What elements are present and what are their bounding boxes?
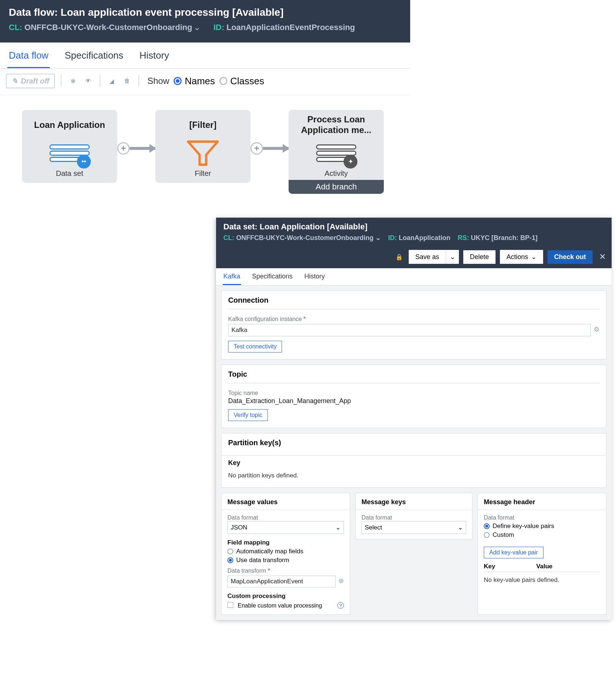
connection-title: Connection <box>228 296 600 309</box>
message-values-title: Message values <box>222 498 350 510</box>
field-mapping-title: Field mapping <box>227 539 344 546</box>
arrow-icon <box>130 147 155 150</box>
chevron-down-icon[interactable]: ⌄ <box>194 23 200 32</box>
data-flow-tabs: Data flow Specifications History <box>0 43 410 69</box>
tab-data-flow[interactable]: Data flow <box>7 43 50 68</box>
eraser-icon[interactable]: ◢ <box>106 75 117 86</box>
data-flow-meta: CL: ONFFCB-UKYC-Work-CustomerOnboarding⌄… <box>9 23 401 32</box>
show-names-label: Names <box>185 75 215 87</box>
partition-empty-text: No partition keys defined. <box>228 467 600 481</box>
node-title: Loan Application <box>26 114 114 136</box>
node-process-loan-activity[interactable]: Process Loan Application me... ✦ Activit… <box>289 110 384 194</box>
verify-topic-button[interactable]: Verify topic <box>228 409 268 421</box>
add-node-button[interactable]: + <box>251 142 263 155</box>
dots-icon: •• <box>77 155 91 169</box>
id-value: LoanApplicationEventProcessing <box>226 23 355 32</box>
kafka-instance-input[interactable] <box>228 324 591 336</box>
eye-icon[interactable]: 👁 <box>83 75 94 86</box>
topic-name-label: Topic name <box>228 390 600 396</box>
use-dt-radio[interactable]: Use data transform <box>227 557 344 564</box>
kv-value-col: Value <box>536 563 552 570</box>
show-classes-label: Classes <box>230 75 264 87</box>
data-flow-header: Data flow: Loan application event proces… <box>0 0 410 43</box>
message-header-box: Message header Data format Define key-va… <box>478 493 606 615</box>
data-set-title: Data set: Loan Application [Available] <box>223 222 604 232</box>
help-icon[interactable]: ? <box>337 602 344 609</box>
define-kv-radio[interactable]: Define key-value pairs <box>484 523 600 530</box>
partition-section: Partition key(s) Key No partition keys d… <box>221 433 606 488</box>
chevron-down-icon: ⌄ <box>335 524 341 531</box>
data-set-actionbar: 🔒 Save as ⌄ Delete Actions ⌄ Check out ✕ <box>216 246 612 268</box>
tab-specifications[interactable]: Specifications <box>63 43 125 68</box>
actions-label: Actions <box>506 253 528 261</box>
mk-format-label: Data format <box>361 514 466 521</box>
gear-icon[interactable]: ⚙ <box>594 325 600 333</box>
rs-value: UKYC [Branch: BP-1] <box>471 234 538 241</box>
save-as-button[interactable]: Save as <box>409 250 446 264</box>
add-branch-button[interactable]: Add branch <box>289 180 384 194</box>
mk-format-select[interactable]: Select ⌄ <box>361 521 466 534</box>
kv-key-col: Key <box>484 563 536 570</box>
topic-name-value: Data_Extraction_Loan_Management_App <box>228 397 600 405</box>
data-flow-panel: Data flow: Loan application event proces… <box>0 0 410 216</box>
cl-value[interactable]: ONFFCB-UKYC-Work-CustomerOnboarding <box>236 234 374 241</box>
add-node-button[interactable]: + <box>117 142 130 155</box>
data-set-meta: CL: ONFFCB-UKYC-Work-CustomerOnboarding … <box>223 234 604 242</box>
lock-icon: 🔒 <box>396 254 403 261</box>
mh-format-label: Data format <box>484 514 600 521</box>
message-header-title: Message header <box>478 498 606 510</box>
divider <box>61 75 62 87</box>
gear-icon[interactable]: ✻ <box>67 75 78 86</box>
id-value: LoanApplication <box>399 234 450 241</box>
check-out-button[interactable]: Check out <box>548 250 593 264</box>
message-columns: Message values Data format JSON ⌄ Field … <box>221 493 606 615</box>
chevron-down-icon: ⌄ <box>458 524 463 531</box>
show-label: Show <box>147 76 169 86</box>
enable-custom-checkbox[interactable] <box>227 602 233 608</box>
target-icon[interactable]: ⊕ <box>338 577 344 585</box>
node-loan-application[interactable]: Loan Application •• Data set <box>22 110 117 183</box>
actions-dropdown[interactable]: Actions ⌄ <box>500 250 543 264</box>
mv-format-select[interactable]: JSON ⌄ <box>227 521 344 534</box>
connector: + <box>251 110 289 187</box>
node-caption: Data set <box>26 169 114 178</box>
tab-specifications[interactable]: Specifications <box>251 268 293 285</box>
close-icon[interactable]: ✕ <box>599 252 606 262</box>
topic-section: Topic Topic name Data_Extraction_Loan_Ma… <box>221 365 606 428</box>
tab-kafka[interactable]: Kafka <box>223 268 241 285</box>
trash-icon[interactable]: 🗑 <box>122 75 133 86</box>
node-caption: Activity <box>292 169 380 178</box>
test-connectivity-button[interactable]: Test connectivity <box>228 341 282 352</box>
auto-map-radio[interactable]: Automatically map fields <box>227 548 344 555</box>
data-set-panel: Data set: Loan Application [Available] C… <box>216 218 612 620</box>
chevron-down-icon[interactable]: ⌄ <box>374 234 381 241</box>
kv-header-row: Key Value <box>484 563 600 572</box>
save-as-dropdown[interactable]: ⌄ <box>446 250 459 264</box>
show-names-radio[interactable]: Names <box>174 75 215 87</box>
node-title: Process Loan Application me... <box>292 114 380 136</box>
node-filter[interactable]: [Filter] Filter <box>155 110 251 183</box>
draft-off-label: Draft off <box>21 77 49 85</box>
wand-icon: ✦ <box>344 155 357 169</box>
flow-canvas[interactable]: Loan Application •• Data set + [Filter] … <box>0 95 410 216</box>
dataset-icon: •• <box>26 139 114 167</box>
add-kv-button[interactable]: Add key-value pair <box>484 547 543 558</box>
activity-icon: ✦ <box>292 139 380 167</box>
data-transform-input[interactable] <box>227 576 335 587</box>
rs-label: RS: <box>458 234 469 241</box>
draft-off-button: ✎ Draft off <box>6 74 55 88</box>
custom-header-radio[interactable]: Custom <box>484 531 600 539</box>
show-classes-radio[interactable]: Classes <box>219 75 264 87</box>
tab-history[interactable]: History <box>304 268 326 285</box>
cl-value[interactable]: ONFFCB-UKYC-Work-CustomerOnboarding <box>25 23 192 32</box>
data-set-tabs: Kafka Specifications History <box>216 268 612 285</box>
define-kv-label: Define key-value pairs <box>493 523 554 530</box>
custom-processing-title: Custom processing <box>227 593 344 600</box>
cl-label: CL: <box>9 23 22 32</box>
kafka-instance-label: Kafka configuration instance * <box>228 316 600 322</box>
partition-key-label: Key <box>222 455 606 467</box>
dt-label: Data transform * <box>227 568 344 574</box>
tab-history[interactable]: History <box>138 43 171 68</box>
mk-format-value: Select <box>365 524 382 531</box>
delete-button[interactable]: Delete <box>463 250 496 264</box>
